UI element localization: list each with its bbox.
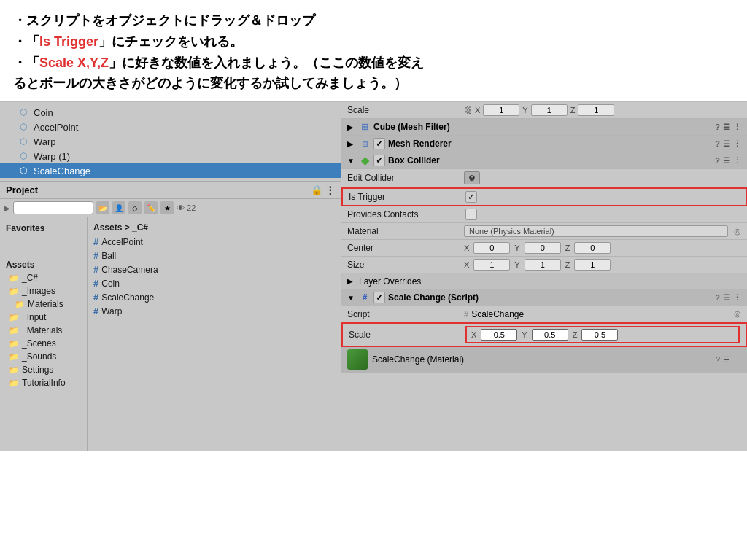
scale-z-input[interactable] <box>578 104 614 116</box>
hierarchy-item-label: ScaleChange <box>34 166 90 176</box>
more-icon[interactable]: ⋮ <box>733 156 741 166</box>
hierarchy-item-label: Coin <box>34 107 53 118</box>
help-icon[interactable]: ? <box>715 293 720 302</box>
box-collider-row: ▼ ◆ ✓ Box Collider ? ☰ ⋮ <box>341 152 747 169</box>
layer-overrides-row: ▶ Layer Overrides <box>341 273 747 289</box>
help-icon[interactable]: ? <box>716 355 720 364</box>
edit-collider-button[interactable]: ⚙ <box>464 171 480 184</box>
sidebar-item-input[interactable]: 📁 _Input <box>0 311 87 324</box>
sidebar-item-settings[interactable]: 📁 Settings <box>0 363 87 376</box>
hierarchy-item-label: Warp <box>34 136 56 147</box>
hierarchy-item-scalechange[interactable]: ⬡ ScaleChange <box>0 163 341 178</box>
instruction-line-1: ・スクリプトをオブジェクトにドラッグ＆ドロップ <box>13 10 734 31</box>
sidebar-item-images[interactable]: 📁 _Images <box>0 284 87 298</box>
size-z-input[interactable] <box>574 259 611 271</box>
center-label: Center <box>347 243 464 253</box>
brush-button[interactable]: ✏️ <box>144 201 158 214</box>
settings-icon[interactable]: ☰ <box>723 293 730 303</box>
project-toolbar: 🔒 ⋮ <box>311 184 335 195</box>
scale-y-input[interactable] <box>531 104 568 116</box>
more-icon[interactable]: ⋮ <box>733 293 741 303</box>
mesh-renderer-row: ▶ ⊞ ✓ Mesh Renderer ? ☰ ⋮ <box>341 136 747 152</box>
assets-breadcrumb: Assets > _C# <box>88 220 341 235</box>
box-collider-checkbox[interactable]: ✓ <box>374 155 385 166</box>
hierarchy-item-coin[interactable]: ⬡ Coin <box>0 105 341 120</box>
asset-chasecamera[interactable]: # ChaseCamera <box>88 262 341 276</box>
size-label: Size <box>347 260 464 270</box>
left-panel: ⬡ Coin ⬡ AccelPoint ⬡ Warp ⬡ Warp (1) ⬡ … <box>0 102 341 451</box>
search-input[interactable] <box>13 201 93 214</box>
cube-selected-icon: ⬡ <box>18 165 29 176</box>
scale-change-scale-row: Scale X Y Z <box>341 322 747 347</box>
scale-change-x-input[interactable] <box>481 329 517 341</box>
folder-search-button[interactable]: 📂 <box>96 201 109 214</box>
material-label: Material <box>347 226 464 236</box>
mesh-renderer-label: Mesh Renderer <box>388 139 452 149</box>
person-button[interactable]: 👤 <box>112 201 125 214</box>
folder-icon: 📁 <box>9 378 19 388</box>
help-icon[interactable]: ? <box>715 139 720 148</box>
script-value: # ScaleChange ◎ <box>464 309 741 319</box>
sidebar-item-materials-sub[interactable]: 📁 Materials <box>0 298 87 311</box>
edit-collider-value: ⚙ <box>464 171 741 184</box>
expand-arrow: ▶ <box>347 123 356 131</box>
expand-down-arrow: ▼ <box>347 294 356 302</box>
asset-warp[interactable]: # Warp <box>88 304 341 318</box>
script-checkbox[interactable]: ✓ <box>374 292 385 303</box>
folder-icon: 📁 <box>9 365 19 375</box>
scale-change-y-input[interactable] <box>532 329 568 341</box>
center-x-input[interactable] <box>473 242 510 254</box>
asset-accelpoint[interactable]: # AccelPoint <box>88 235 341 249</box>
asset-ball[interactable]: # Ball <box>88 249 341 262</box>
center-z-input[interactable] <box>574 242 611 254</box>
project-assets: Assets > _C# # AccelPoint # Ball # Chase… <box>88 217 341 451</box>
size-x-input[interactable] <box>473 259 510 271</box>
sidebar-item-materials[interactable]: 📁 _Materials <box>0 324 87 337</box>
is-trigger-label: Is Trigger <box>349 192 465 202</box>
help-icon[interactable]: ? <box>715 122 720 131</box>
more-icon[interactable]: ⋮ <box>733 355 741 365</box>
settings-icon[interactable]: ☰ <box>723 122 730 132</box>
sidebar-item-c-sharp[interactable]: 📁 _C# <box>0 271 87 284</box>
more-icon[interactable]: ⋮ <box>733 139 741 149</box>
size-y-input[interactable] <box>525 259 561 271</box>
grid-icon: ⊞ <box>359 138 371 149</box>
more-icon[interactable]: ⋮ <box>733 122 741 132</box>
hierarchy-area: ⬡ Coin ⬡ AccelPoint ⬡ Warp ⬡ Warp (1) ⬡ … <box>0 102 341 182</box>
project-sidebar: Favorites Assets 📁 _C# 📁 _Images 📁 Mater… <box>0 217 88 451</box>
provides-contacts-row: Provides Contacts <box>341 206 747 223</box>
settings-icon[interactable]: ☰ <box>723 355 730 365</box>
center-y-input[interactable] <box>525 242 561 254</box>
provides-contacts-value <box>464 209 741 220</box>
scale-change-script-label: Scale Change (Script) <box>388 292 479 303</box>
star-button[interactable]: ★ <box>160 201 174 214</box>
circle-icon[interactable]: ◎ <box>734 309 741 319</box>
scale-change-scale-label: Scale <box>349 330 465 340</box>
folder-icon: 📁 <box>9 352 19 362</box>
scale-change-material-row: ScaleChange (Material) ? ☰ ⋮ <box>341 347 747 373</box>
hierarchy-item-accelpoint[interactable]: ⬡ AccelPoint <box>0 120 341 134</box>
asset-scalechange[interactable]: # ScaleChange <box>88 290 341 304</box>
mesh-renderer-checkbox[interactable]: ✓ <box>374 138 385 149</box>
scale-x-input[interactable] <box>483 104 519 116</box>
instruction-line-4: るとボールの大きさがどのように変化するか試してみましょう。） <box>13 73 734 94</box>
sidebar-item-tutorialinfo[interactable]: 📁 TutorialInfo <box>0 376 87 389</box>
scale-change-z-input[interactable] <box>581 329 618 341</box>
folder-icon: 📁 <box>15 300 25 309</box>
help-icon[interactable]: ? <box>715 156 720 165</box>
asset-coin[interactable]: # Coin <box>88 276 341 290</box>
filter-button[interactable]: ◇ <box>128 201 142 214</box>
hierarchy-item-warp1[interactable]: ⬡ Warp (1) <box>0 149 341 163</box>
material-value: None (Physics Material) ◎ <box>464 225 741 237</box>
sidebar-item-scenes[interactable]: 📁 _Scenes <box>0 337 87 350</box>
cube-icon: ⬡ <box>18 106 29 118</box>
script-row: Script # ScaleChange ◎ <box>341 306 747 322</box>
is-trigger-checkbox[interactable]: ✓ <box>465 191 477 203</box>
hierarchy-item-warp[interactable]: ⬡ Warp <box>0 134 341 149</box>
settings-icon[interactable]: ☰ <box>723 139 730 149</box>
circle-icon[interactable]: ◎ <box>734 227 741 236</box>
provides-contacts-checkbox[interactable] <box>465 209 477 220</box>
settings-icon[interactable]: ☰ <box>723 156 730 166</box>
sidebar-item-sounds[interactable]: 📁 _Sounds <box>0 350 87 363</box>
material-row: Material None (Physics Material) ◎ <box>341 223 747 240</box>
